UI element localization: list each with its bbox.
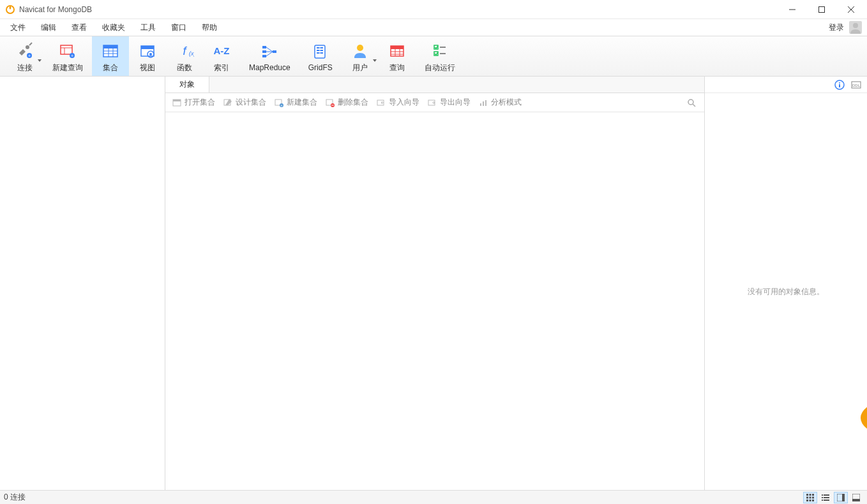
menu-edit[interactable]: 编辑 [33,20,64,36]
svg-rect-49 [173,100,181,101]
toolbar-new-query[interactable]: + 新建查询 [43,36,92,76]
svg-rect-70 [810,494,811,496]
close-button[interactable] [836,0,866,19]
menu-tools[interactable]: 工具 [133,20,163,36]
svg-text:+: + [28,54,31,58]
export-wizard-button[interactable]: 导出向导 [423,95,474,110]
svg-rect-75 [806,500,808,501]
center-panel: 对象 打开集合 设计集合 +新建集合 删除集合 导入向导 导出向导 分析模式 [165,77,705,490]
notification-peek-icon[interactable] [861,407,867,429]
toolbar-collection[interactable]: 集合 [92,36,129,76]
menu-favorites[interactable]: 收藏夹 [94,20,133,36]
connection-tree[interactable] [0,77,165,490]
svg-rect-74 [812,496,814,498]
avatar-icon[interactable] [849,21,862,34]
svg-rect-59 [480,103,481,106]
import-wizard-button[interactable]: 导入向导 [372,95,423,110]
import-icon [376,98,386,108]
minimize-button[interactable] [778,0,807,19]
toolbar-label: 新建查询 [52,63,83,73]
svg-rect-39 [391,46,403,49]
svg-rect-83 [824,500,829,501]
tab-objects[interactable]: 对象 [165,77,209,93]
toggle-info-panel-button[interactable] [834,492,848,503]
info-panel: DDL 没有可用的对象信息。 [705,77,867,490]
view-grid-button[interactable] [803,492,817,503]
open-collection-button[interactable]: 打开集合 [168,95,219,110]
menubar: 文件 编辑 查看 收藏夹 工具 窗口 帮助 登录 [0,19,867,36]
toolbar-label: 索引 [214,63,229,73]
info-panel-toolbar: DDL [705,77,867,93]
toolbar-gridfs[interactable]: GridFS [299,36,342,76]
svg-rect-61 [485,100,486,106]
search-button[interactable] [685,96,698,109]
svg-point-5 [853,23,858,28]
toolbar-mapreduce[interactable]: MapReduce [240,36,299,76]
svg-rect-30 [262,55,266,57]
toolbar-connection[interactable]: + 连接 [6,36,43,76]
svg-line-7 [29,43,32,45]
chevron-down-icon [373,59,377,62]
ddl-button[interactable]: DDL [850,79,862,91]
svg-rect-60 [483,101,484,106]
toolbar-view[interactable]: 视图 [129,36,166,76]
svg-rect-29 [262,50,266,53]
svg-rect-66 [839,84,840,87]
svg-rect-76 [810,500,811,501]
toolbar-label: 连接 [17,63,33,73]
svg-rect-85 [842,494,845,501]
function-icon: f(x) [175,41,194,61]
menu-view[interactable]: 查看 [64,20,94,36]
design-collection-button[interactable]: 设计集合 [219,95,270,110]
table-icon [101,41,120,61]
svg-line-63 [693,104,695,107]
svg-point-62 [688,100,693,105]
toolbar-label: 函数 [177,63,192,73]
menu-window[interactable]: 窗口 [163,20,194,36]
object-list[interactable] [165,112,704,490]
toolbar-label: GridFS [308,63,333,72]
toolbar-automation[interactable]: 自动运行 [416,36,464,76]
toolbar-function[interactable]: f(x) 函数 [166,36,203,76]
svg-rect-2 [819,6,825,12]
svg-text:A-Z: A-Z [214,45,230,56]
view-list-button[interactable] [818,492,833,503]
analyze-schema-button[interactable]: 分析模式 [474,95,525,110]
automation-icon [430,41,449,61]
menu-help[interactable]: 帮助 [194,20,225,36]
user-icon [351,41,370,61]
main-area: 对象 打开集合 设计集合 +新建集合 删除集合 导入向导 导出向导 分析模式 D… [0,77,867,490]
info-message: 没有可用的对象信息。 [748,286,824,297]
toggle-bottom-panel-button[interactable] [849,492,863,503]
toolbar-label: 视图 [140,63,155,73]
svg-rect-80 [822,497,823,498]
svg-rect-71 [812,494,814,496]
tab-bar-empty [209,77,704,93]
statusbar: 0 连接 [0,490,867,504]
svg-point-24 [149,53,152,56]
design-icon [223,98,233,108]
window-title: Navicat for MongoDB [19,5,778,14]
svg-rect-72 [806,496,808,498]
toolbar-user[interactable]: 用户 [342,36,379,76]
tab-bar: 对象 [165,77,704,93]
info-button[interactable] [834,79,845,91]
maximize-button[interactable] [807,0,836,19]
menu-file[interactable]: 文件 [3,20,33,36]
delete-collection-button[interactable]: 删除集合 [321,95,372,110]
svg-text:f: f [183,45,187,57]
login-button[interactable]: 登录 [825,20,848,36]
chevron-down-icon [38,59,41,62]
gridfs-icon [311,41,330,62]
svg-rect-10 [61,45,72,54]
svg-point-65 [839,82,840,84]
toolbar-index[interactable]: A-Z 索引 [203,36,240,76]
toolbar-label: 集合 [103,63,118,73]
index-icon: A-Z [212,41,231,61]
svg-point-6 [26,45,29,49]
object-toolbar: 打开集合 设计集合 +新建集合 删除集合 导入向导 导出向导 分析模式 [165,93,704,112]
view-icon [138,41,157,61]
toolbar-query[interactable]: 查询 [379,36,416,76]
new-collection-button[interactable]: +新建集合 [270,95,321,110]
svg-text:+: + [71,54,73,58]
